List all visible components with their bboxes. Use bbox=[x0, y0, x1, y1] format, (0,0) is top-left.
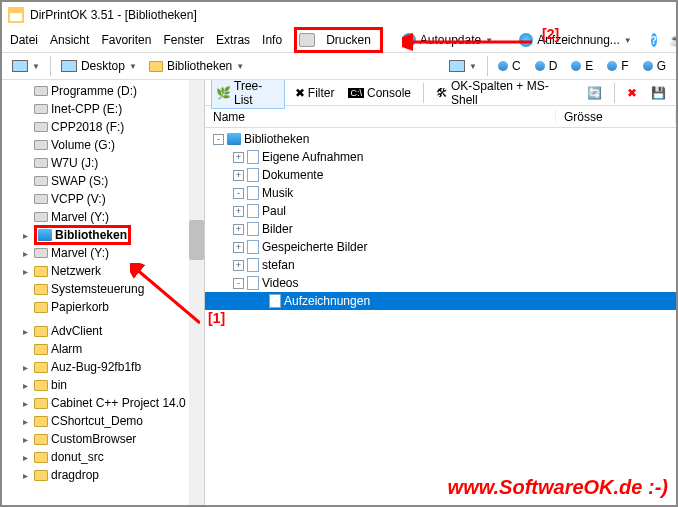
twisty-icon: ▸ bbox=[20, 230, 31, 241]
doc-icon bbox=[247, 168, 259, 182]
tree-label: donut_src bbox=[51, 450, 104, 464]
list-row[interactable]: + stefan bbox=[205, 256, 676, 274]
breadcrumb-desktop[interactable]: Desktop ▼ bbox=[57, 58, 141, 74]
filter-button[interactable]: ✖ Filter bbox=[291, 85, 339, 101]
expand-icon[interactable]: + bbox=[233, 152, 244, 163]
twisty-icon bbox=[20, 158, 31, 169]
breadcrumb-biblio[interactable]: Bibliotheken ▼ bbox=[145, 58, 248, 74]
tree-node[interactable]: Alarm bbox=[2, 340, 204, 358]
twisty-icon bbox=[20, 122, 31, 133]
tree-node[interactable]: ▸Netzwerk bbox=[2, 262, 204, 280]
expand-icon[interactable]: + bbox=[233, 206, 244, 217]
twisty-icon: ▸ bbox=[20, 434, 31, 445]
scrollbar[interactable] bbox=[189, 80, 204, 505]
tree-node[interactable]: W7U (J:) bbox=[2, 154, 204, 172]
drive-list: C D E F G bbox=[494, 58, 670, 74]
okspalten-button[interactable]: 🛠 OK-Spalten + MS-Shell bbox=[432, 80, 577, 108]
list-row[interactable]: + Bilder bbox=[205, 220, 676, 238]
tree-node[interactable]: Marvel (Y:) bbox=[2, 208, 204, 226]
tree-node[interactable]: ▸CShortcut_Demo bbox=[2, 412, 204, 430]
tree-node[interactable]: ▸CustomBrowser bbox=[2, 430, 204, 448]
view-button[interactable]: ▼ bbox=[8, 59, 44, 73]
expand-icon[interactable]: + bbox=[233, 170, 244, 181]
autoupdate-button[interactable]: Autoupdate ▼ bbox=[395, 30, 500, 50]
display-mode-button[interactable]: ▼ bbox=[445, 59, 481, 73]
menu-fenster[interactable]: Fenster bbox=[163, 33, 204, 47]
menu-datei[interactable]: Datei bbox=[10, 33, 38, 47]
tree-node[interactable]: Volume (G:) bbox=[2, 136, 204, 154]
scrollbar-thumb[interactable] bbox=[189, 220, 204, 260]
col-name[interactable]: Name bbox=[205, 110, 556, 124]
filter-label: Filter bbox=[308, 86, 335, 100]
aufzeichnung-button[interactable]: Aufzeichnung... ▼ bbox=[512, 30, 639, 50]
expand-icon[interactable]: - bbox=[213, 134, 224, 145]
tree-node[interactable]: Inet-CPP (E:) bbox=[2, 100, 204, 118]
refresh-button[interactable]: 🔄 bbox=[583, 85, 606, 101]
drive-E[interactable]: E bbox=[567, 58, 597, 74]
tree-label: Systemsteuerung bbox=[51, 282, 144, 296]
tree-node[interactable]: ▸donut_src bbox=[2, 448, 204, 466]
tree-label: Netzwerk bbox=[51, 264, 101, 278]
console-button[interactable]: C:\ Console bbox=[344, 85, 415, 101]
tree-node[interactable]: Systemsteuerung bbox=[2, 280, 204, 298]
tree-label: VCPP (V:) bbox=[51, 192, 106, 206]
expand-icon[interactable]: - bbox=[233, 278, 244, 289]
tree-node[interactable]: ▸AdvClient bbox=[2, 322, 204, 340]
drive-icon bbox=[34, 86, 48, 96]
drive-D[interactable]: D bbox=[531, 58, 562, 74]
tree-node[interactable]: ▸dragdrop bbox=[2, 466, 204, 484]
tree-node[interactable]: ▸bin bbox=[2, 376, 204, 394]
breadcrumb-label: Desktop bbox=[81, 59, 125, 73]
tree-node[interactable]: VCPP (V:) bbox=[2, 190, 204, 208]
annotation-1: [1] bbox=[208, 310, 225, 326]
expand-icon[interactable]: + bbox=[233, 224, 244, 235]
expand-icon[interactable]: + bbox=[233, 242, 244, 253]
treelist-button[interactable]: 🌿 Tree-List bbox=[211, 80, 285, 109]
help-icon[interactable]: ? bbox=[651, 33, 657, 47]
folder-icon bbox=[34, 380, 48, 391]
tree-node[interactable]: ▸Marvel (Y:) bbox=[2, 244, 204, 262]
tree-node[interactable]: CPP2018 (F:) bbox=[2, 118, 204, 136]
drive-icon bbox=[34, 248, 48, 258]
drive-C[interactable]: C bbox=[494, 58, 525, 74]
menu-extras[interactable]: Extras bbox=[216, 33, 250, 47]
menu-ansicht[interactable]: Ansicht bbox=[50, 33, 89, 47]
list-row[interactable]: - Videos bbox=[205, 274, 676, 292]
tree-node[interactable]: ▸Auz-Bug-92fb1fb bbox=[2, 358, 204, 376]
tree-node[interactable]: Programme (D:) bbox=[2, 82, 204, 100]
tree-node[interactable]: ▸Cabinet C++ Project 14.0 bbox=[2, 394, 204, 412]
list-row[interactable]: - Musik bbox=[205, 184, 676, 202]
drive-icon bbox=[34, 212, 48, 222]
tree-node[interactable]: SWAP (S:) bbox=[2, 172, 204, 190]
tree-node[interactable]: Papierkorb bbox=[2, 298, 204, 316]
menu-favoriten[interactable]: Favoriten bbox=[101, 33, 151, 47]
lib-icon bbox=[227, 133, 241, 145]
delete-button[interactable]: ✖ bbox=[623, 85, 641, 101]
tree-node[interactable]: ▸Bibliotheken bbox=[2, 226, 204, 244]
list-row[interactable]: + Eigene Aufnahmen bbox=[205, 148, 676, 166]
list-row[interactable]: Aufzeichnungen bbox=[205, 292, 676, 310]
row-label: Musik bbox=[262, 186, 293, 200]
separator bbox=[614, 83, 615, 103]
expand-icon[interactable]: - bbox=[233, 188, 244, 199]
chevron-down-icon: ▼ bbox=[485, 36, 493, 45]
menu-info[interactable]: Info bbox=[262, 33, 282, 47]
col-groesse[interactable]: Grösse bbox=[556, 110, 676, 124]
drive-dot-icon bbox=[535, 61, 545, 71]
list-row[interactable]: - Bibliotheken bbox=[205, 130, 676, 148]
right-tree: - Bibliotheken+ Eigene Aufnahmen+ Dokume… bbox=[205, 128, 676, 312]
folder-icon bbox=[34, 344, 48, 355]
drive-G[interactable]: G bbox=[639, 58, 670, 74]
twisty-icon bbox=[20, 344, 31, 355]
list-row[interactable]: + Gespeicherte Bilder bbox=[205, 238, 676, 256]
folder-icon bbox=[34, 434, 48, 445]
save-button[interactable]: 💾 bbox=[647, 85, 670, 101]
drive-F[interactable]: F bbox=[603, 58, 632, 74]
list-row[interactable]: + Paul bbox=[205, 202, 676, 220]
print-button[interactable]: Drucken bbox=[319, 30, 378, 50]
tree-label: Cabinet C++ Project 14.0 bbox=[51, 396, 186, 410]
monitor-icon bbox=[449, 60, 465, 72]
coffee-icon[interactable]: ☕ bbox=[669, 33, 678, 47]
list-row[interactable]: + Dokumente bbox=[205, 166, 676, 184]
expand-icon[interactable]: + bbox=[233, 260, 244, 271]
